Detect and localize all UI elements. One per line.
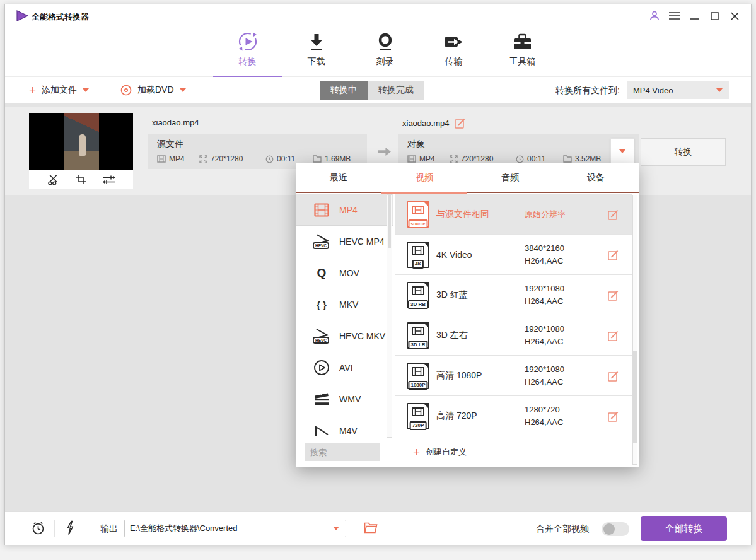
tab-download[interactable]: 下载 [282,27,351,76]
menu-icon[interactable] [667,9,682,23]
tab-converted[interactable]: 转换完成 [368,81,424,100]
target-filename: xiaodao.mp4 [402,118,465,129]
folder-icon [563,155,572,163]
tab-burn[interactable]: 刻录 [351,27,419,76]
arrow-right-icon [376,146,392,157]
high-speed-lightning-icon[interactable] [66,520,75,535]
preset-file-icon: 4K [407,242,429,268]
clock-icon [265,155,274,163]
edit-preset-icon[interactable] [608,411,619,422]
format-label: MOV [339,268,359,278]
preset-codec: H264,AAC [525,295,564,308]
load-dvd-label: 加载DVD [137,85,174,96]
preset-list-scrollbar[interactable] [632,195,637,465]
preset-resolution: 1920*1080 [525,363,564,376]
output-label: 输出 [100,523,118,535]
format-label: AVI [339,363,353,373]
popup-tab-video[interactable]: 视频 [381,163,467,192]
format-label: MP4 [339,205,358,215]
preset-hd-720p[interactable]: 720P 高清 720P 1280*720 H264,AAC [395,396,632,436]
nav-label: 转换 [239,56,257,67]
preset-resolution: 3840*2160 [525,242,564,255]
source-filename: xiaodao.mp4 [152,118,199,127]
nav-label: 工具箱 [509,56,536,67]
format-item-hevc-mkv[interactable]: HEVC HEVC MKV [296,320,393,352]
format-item-mp4[interactable]: MP4 [296,194,393,226]
format-item-m4v[interactable]: M4V [296,415,393,438]
format-label: M4V [339,426,358,436]
maximize-icon[interactable] [707,9,722,23]
caret-down-icon [83,88,89,92]
minimize-icon[interactable] [687,9,702,23]
tab-convert[interactable]: 转换 [213,27,282,76]
tab-toolbox[interactable]: 工具箱 [488,27,557,76]
target-format: MP4 [419,155,435,163]
preset-4k-video[interactable]: 4K 4K Video 3840*2160 H264,AAC [395,235,632,275]
popup-tab-recent[interactable]: 最近 [296,163,381,192]
plus-icon: + [413,448,420,457]
nav-label: 下载 [308,56,325,67]
format-popup: 最近 视频 音频 设备 MP4 HEVC HEVC MP4 Q MOV [296,163,639,467]
wmv-icon [312,392,331,406]
app-logo-icon [16,10,28,21]
format-label: HEVC MKV [339,331,385,341]
resolution-icon [199,155,207,163]
add-file-label: 添加文件 [42,85,77,96]
convert-all-button[interactable]: 全部转换 [641,516,727,541]
nav-label: 刻录 [376,56,394,67]
preset-name: 4K Video [436,250,521,260]
merge-toggle[interactable] [602,522,629,536]
preset-file-icon: 1080P [407,363,429,389]
target-size: 3.52MB [575,155,601,163]
preset-3d-red-blue[interactable]: 3D RB 3D 红蓝 1920*1080 H264,AAC [395,275,632,315]
tab-converting[interactable]: 转换中 [320,81,368,100]
titlebar: 全能格式转换器 [5,4,751,27]
avi-icon [312,359,331,376]
format-list-scrollbar[interactable] [387,194,392,438]
rename-edit-icon[interactable] [455,118,465,129]
load-dvd-button[interactable]: 加载DVD [120,77,186,103]
format-item-hevc-mp4[interactable]: HEVC HEVC MP4 [296,226,393,257]
crop-icon[interactable] [76,174,86,185]
format-item-mov[interactable]: Q MOV [296,257,393,289]
clock-icon [516,155,524,163]
output-path-select[interactable]: E:\全能格式转换器\Converted [124,520,346,537]
open-folder-icon[interactable] [364,522,378,534]
format-item-wmv[interactable]: WMV [296,383,393,415]
popup-tab-device[interactable]: 设备 [553,163,639,192]
account-icon[interactable] [647,9,661,23]
edit-preset-icon[interactable] [608,330,619,341]
preset-3d-left-right[interactable]: 3D LR 3D 左右 1920*1080 H264,AAC [395,315,632,356]
edit-preset-icon[interactable] [608,250,619,260]
preset-hd-1080p[interactable]: 1080P 高清 1080P 1920*1080 H264,AAC [395,356,632,396]
preset-same-as-source[interactable]: source 与源文件相同 原始分辨率 [395,194,632,235]
edit-preset-icon[interactable] [608,371,619,382]
tab-transfer[interactable]: 传输 [419,27,488,76]
preset-resolution: 1280*720 [525,404,563,416]
edit-preset-icon[interactable] [608,209,619,220]
format-list: MP4 HEVC HEVC MP4 Q MOV { } MKV HEVC HEV [296,194,393,438]
popup-tab-audio[interactable]: 音频 [467,163,553,192]
close-icon[interactable] [728,9,742,23]
search-input[interactable] [305,443,380,461]
nav-label: 传输 [445,56,463,67]
add-file-button[interactable]: + 添加文件 [29,77,89,103]
preset-name: 3D 红蓝 [436,289,521,301]
film-icon [407,155,416,163]
convert-button[interactable]: 转换 [641,138,726,166]
create-custom-button[interactable]: + 创建自定义 [413,446,467,458]
schedule-alarm-icon[interactable] [31,521,45,535]
format-item-avi[interactable]: AVI [296,352,393,383]
resolution-icon [450,155,458,163]
format-item-mkv[interactable]: { } MKV [296,289,393,320]
target-format-select[interactable]: MP4 Video [627,81,729,99]
app-window: 全能格式转换器 [4,4,752,545]
preset-file-icon: 3D LR [407,322,429,349]
dvd-icon [120,85,132,96]
adjust-icon[interactable] [103,175,115,185]
trim-scissors-icon[interactable] [47,174,59,185]
edit-preset-icon[interactable] [608,290,619,301]
target-format-dropdown-button[interactable] [610,138,634,164]
format-label: HEVC MP4 [339,236,385,247]
preset-name: 高清 1080P [436,370,521,382]
